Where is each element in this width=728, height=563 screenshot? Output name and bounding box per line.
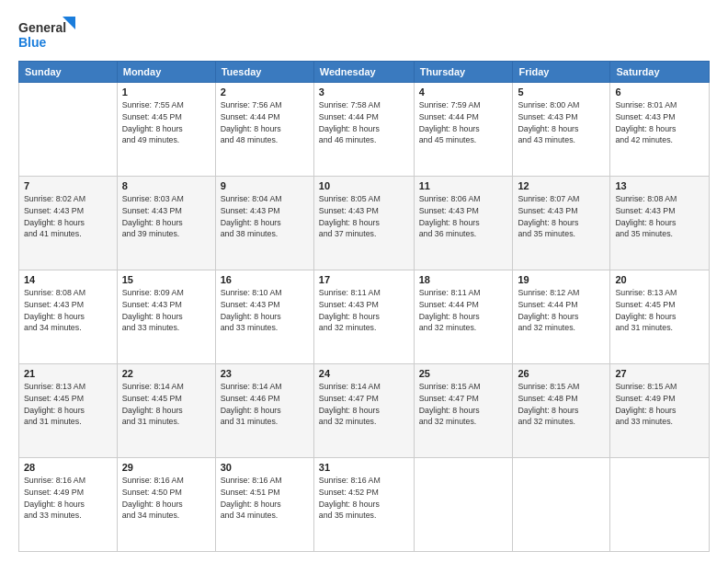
- day-number: 25: [419, 368, 508, 379]
- day-number: 28: [24, 462, 112, 473]
- svg-text:Blue: Blue: [18, 35, 47, 50]
- day-number: 24: [319, 368, 409, 379]
- day-number: 14: [24, 274, 112, 285]
- calendar-cell: 18Sunrise: 8:11 AM Sunset: 4:44 PM Dayli…: [414, 270, 513, 364]
- day-number: 12: [518, 180, 605, 191]
- calendar-cell: 5Sunrise: 8:00 AM Sunset: 4:43 PM Daylig…: [513, 83, 610, 177]
- logo: GeneralBlue: [18, 17, 75, 52]
- day-info: Sunrise: 8:16 AM Sunset: 4:52 PM Dayligh…: [319, 475, 409, 522]
- calendar-cell: 14Sunrise: 8:08 AM Sunset: 4:43 PM Dayli…: [19, 270, 118, 364]
- calendar-cell: [610, 458, 710, 552]
- day-info: Sunrise: 8:15 AM Sunset: 4:49 PM Dayligh…: [615, 381, 704, 428]
- day-number: 29: [122, 462, 210, 473]
- day-info: Sunrise: 8:14 AM Sunset: 4:47 PM Dayligh…: [319, 381, 409, 428]
- day-number: 31: [319, 462, 409, 473]
- calendar-week-row: 14Sunrise: 8:08 AM Sunset: 4:43 PM Dayli…: [19, 270, 710, 364]
- header: GeneralBlue: [18, 17, 710, 52]
- weekday-header: Wednesday: [313, 62, 414, 83]
- day-number: 8: [122, 180, 210, 191]
- weekday-header: Tuesday: [215, 62, 313, 83]
- day-number: 20: [615, 274, 704, 285]
- calendar-cell: 10Sunrise: 8:05 AM Sunset: 4:43 PM Dayli…: [313, 177, 414, 270]
- calendar-cell: 8Sunrise: 8:03 AM Sunset: 4:43 PM Daylig…: [117, 177, 215, 270]
- calendar-cell: 22Sunrise: 8:14 AM Sunset: 4:45 PM Dayli…: [117, 364, 215, 458]
- calendar-cell: 7Sunrise: 8:02 AM Sunset: 4:43 PM Daylig…: [19, 177, 118, 270]
- calendar-week-row: 28Sunrise: 8:16 AM Sunset: 4:49 PM Dayli…: [19, 458, 710, 552]
- calendar-cell: [19, 83, 118, 177]
- day-number: 19: [518, 274, 605, 285]
- day-number: 21: [24, 368, 112, 379]
- calendar-cell: 27Sunrise: 8:15 AM Sunset: 4:49 PM Dayli…: [610, 364, 710, 458]
- day-info: Sunrise: 8:06 AM Sunset: 4:43 PM Dayligh…: [419, 193, 508, 240]
- day-number: 10: [319, 180, 409, 191]
- weekday-header: Thursday: [414, 62, 513, 83]
- calendar-table: SundayMondayTuesdayWednesdayThursdayFrid…: [18, 61, 710, 552]
- day-info: Sunrise: 8:01 AM Sunset: 4:43 PM Dayligh…: [615, 99, 704, 146]
- day-info: Sunrise: 8:14 AM Sunset: 4:45 PM Dayligh…: [122, 381, 210, 428]
- day-info: Sunrise: 8:12 AM Sunset: 4:44 PM Dayligh…: [518, 287, 605, 334]
- logo-icon: GeneralBlue: [18, 17, 75, 52]
- calendar-cell: 24Sunrise: 8:14 AM Sunset: 4:47 PM Dayli…: [313, 364, 414, 458]
- day-number: 1: [122, 86, 210, 98]
- calendar-cell: [414, 458, 513, 552]
- svg-text:General: General: [18, 20, 66, 35]
- calendar-cell: [513, 458, 610, 552]
- day-number: 17: [319, 274, 409, 285]
- day-info: Sunrise: 8:13 AM Sunset: 4:45 PM Dayligh…: [24, 381, 112, 428]
- weekday-header: Sunday: [19, 62, 118, 83]
- day-number: 11: [419, 180, 508, 191]
- day-info: Sunrise: 8:14 AM Sunset: 4:46 PM Dayligh…: [221, 381, 309, 428]
- calendar-cell: 25Sunrise: 8:15 AM Sunset: 4:47 PM Dayli…: [414, 364, 513, 458]
- day-number: 2: [221, 86, 309, 98]
- calendar-cell: 9Sunrise: 8:04 AM Sunset: 4:43 PM Daylig…: [215, 177, 313, 270]
- day-number: 26: [518, 368, 605, 379]
- weekday-header: Friday: [513, 62, 610, 83]
- day-info: Sunrise: 8:07 AM Sunset: 4:43 PM Dayligh…: [518, 193, 605, 240]
- calendar-cell: 4Sunrise: 7:59 AM Sunset: 4:44 PM Daylig…: [414, 83, 513, 177]
- day-info: Sunrise: 8:09 AM Sunset: 4:43 PM Dayligh…: [122, 287, 210, 334]
- day-info: Sunrise: 8:11 AM Sunset: 4:43 PM Dayligh…: [319, 287, 409, 334]
- day-info: Sunrise: 8:16 AM Sunset: 4:49 PM Dayligh…: [24, 475, 112, 522]
- calendar-cell: 29Sunrise: 8:16 AM Sunset: 4:50 PM Dayli…: [117, 458, 215, 552]
- day-info: Sunrise: 8:11 AM Sunset: 4:44 PM Dayligh…: [419, 287, 508, 334]
- day-number: 16: [221, 274, 309, 285]
- day-info: Sunrise: 8:15 AM Sunset: 4:48 PM Dayligh…: [518, 381, 605, 428]
- calendar-cell: 28Sunrise: 8:16 AM Sunset: 4:49 PM Dayli…: [19, 458, 118, 552]
- day-info: Sunrise: 7:58 AM Sunset: 4:44 PM Dayligh…: [319, 99, 409, 146]
- day-info: Sunrise: 7:56 AM Sunset: 4:44 PM Dayligh…: [221, 99, 309, 146]
- calendar-week-row: 7Sunrise: 8:02 AM Sunset: 4:43 PM Daylig…: [19, 177, 710, 270]
- day-info: Sunrise: 7:59 AM Sunset: 4:44 PM Dayligh…: [419, 99, 508, 146]
- calendar-week-row: 1Sunrise: 7:55 AM Sunset: 4:45 PM Daylig…: [19, 83, 710, 177]
- day-number: 22: [122, 368, 210, 379]
- day-info: Sunrise: 8:08 AM Sunset: 4:43 PM Dayligh…: [615, 193, 704, 240]
- calendar-cell: 16Sunrise: 8:10 AM Sunset: 4:43 PM Dayli…: [215, 270, 313, 364]
- day-number: 27: [615, 368, 704, 379]
- day-number: 13: [615, 180, 704, 191]
- calendar-cell: 3Sunrise: 7:58 AM Sunset: 4:44 PM Daylig…: [313, 83, 414, 177]
- calendar-cell: 6Sunrise: 8:01 AM Sunset: 4:43 PM Daylig…: [610, 83, 710, 177]
- calendar-cell: 1Sunrise: 7:55 AM Sunset: 4:45 PM Daylig…: [117, 83, 215, 177]
- calendar-cell: 17Sunrise: 8:11 AM Sunset: 4:43 PM Dayli…: [313, 270, 414, 364]
- calendar-cell: 26Sunrise: 8:15 AM Sunset: 4:48 PM Dayli…: [513, 364, 610, 458]
- calendar-cell: 15Sunrise: 8:09 AM Sunset: 4:43 PM Dayli…: [117, 270, 215, 364]
- day-number: 6: [615, 86, 704, 98]
- calendar-cell: 11Sunrise: 8:06 AM Sunset: 4:43 PM Dayli…: [414, 177, 513, 270]
- day-number: 4: [419, 86, 508, 98]
- calendar-cell: 19Sunrise: 8:12 AM Sunset: 4:44 PM Dayli…: [513, 270, 610, 364]
- day-info: Sunrise: 8:10 AM Sunset: 4:43 PM Dayligh…: [221, 287, 309, 334]
- calendar-cell: 31Sunrise: 8:16 AM Sunset: 4:52 PM Dayli…: [313, 458, 414, 552]
- day-info: Sunrise: 8:04 AM Sunset: 4:43 PM Dayligh…: [221, 193, 309, 240]
- day-info: Sunrise: 8:00 AM Sunset: 4:43 PM Dayligh…: [518, 99, 605, 146]
- calendar-cell: 20Sunrise: 8:13 AM Sunset: 4:45 PM Dayli…: [610, 270, 710, 364]
- day-number: 7: [24, 180, 112, 191]
- day-number: 23: [221, 368, 309, 379]
- calendar-body: 1Sunrise: 7:55 AM Sunset: 4:45 PM Daylig…: [19, 83, 710, 552]
- day-number: 5: [518, 86, 605, 98]
- day-info: Sunrise: 8:03 AM Sunset: 4:43 PM Dayligh…: [122, 193, 210, 240]
- day-info: Sunrise: 8:05 AM Sunset: 4:43 PM Dayligh…: [319, 193, 409, 240]
- day-number: 3: [319, 86, 409, 98]
- calendar-cell: 12Sunrise: 8:07 AM Sunset: 4:43 PM Dayli…: [513, 177, 610, 270]
- calendar-week-row: 21Sunrise: 8:13 AM Sunset: 4:45 PM Dayli…: [19, 364, 710, 458]
- day-number: 30: [221, 462, 309, 473]
- calendar-cell: 23Sunrise: 8:14 AM Sunset: 4:46 PM Dayli…: [215, 364, 313, 458]
